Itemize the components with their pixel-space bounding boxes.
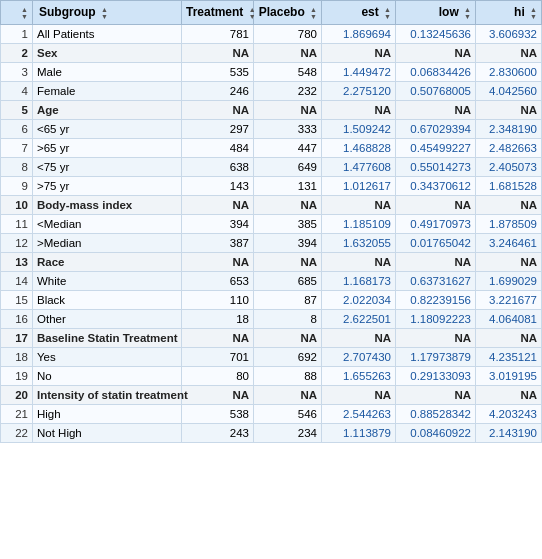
row-hi-4: 4.042560	[476, 81, 542, 100]
row-num-6: 6	[1, 119, 33, 138]
col-header-treatment[interactable]: Treatment ▲▼	[182, 1, 254, 25]
row-num-15: 15	[1, 290, 33, 309]
row-low-11: 0.49170973	[396, 214, 476, 233]
row-est-1: 1.869694	[322, 24, 396, 43]
row-placebo-20: NA	[254, 385, 322, 404]
row-treatment-9: 143	[182, 176, 254, 195]
row-est-11: 1.185109	[322, 214, 396, 233]
row-low-21: 0.88528342	[396, 404, 476, 423]
row-num-14: 14	[1, 271, 33, 290]
row-hi-6: 2.348190	[476, 119, 542, 138]
row-est-19: 1.655263	[322, 366, 396, 385]
row-est-20: NA	[322, 385, 396, 404]
sort-icon-placebo[interactable]: ▲▼	[310, 6, 317, 20]
row-low-9: 0.34370612	[396, 176, 476, 195]
row-treatment-21: 538	[182, 404, 254, 423]
row-treatment-5: NA	[182, 100, 254, 119]
row-low-7: 0.45499227	[396, 138, 476, 157]
col-header-subgroup[interactable]: Subgroup ▲▼	[33, 1, 182, 25]
row-num-13: 13	[1, 252, 33, 271]
row-subgroup-1: All Patients	[33, 24, 182, 43]
row-treatment-3: 535	[182, 62, 254, 81]
row-subgroup-6: <65 yr	[33, 119, 182, 138]
row-subgroup-20: Intensity of statin treatment	[33, 385, 182, 404]
row-hi-16: 4.064081	[476, 309, 542, 328]
row-placebo-15: 87	[254, 290, 322, 309]
row-num-9: 9	[1, 176, 33, 195]
row-low-20: NA	[396, 385, 476, 404]
row-est-22: 1.113879	[322, 423, 396, 442]
row-est-14: 1.168173	[322, 271, 396, 290]
row-placebo-2: NA	[254, 43, 322, 62]
row-num-16: 16	[1, 309, 33, 328]
row-subgroup-9: >75 yr	[33, 176, 182, 195]
row-hi-3: 2.830600	[476, 62, 542, 81]
row-placebo-9: 131	[254, 176, 322, 195]
row-low-10: NA	[396, 195, 476, 214]
sort-icon-est[interactable]: ▲▼	[384, 6, 391, 20]
row-num-2: 2	[1, 43, 33, 62]
row-placebo-7: 447	[254, 138, 322, 157]
row-est-8: 1.477608	[322, 157, 396, 176]
row-treatment-15: 110	[182, 290, 254, 309]
row-low-4: 0.50768005	[396, 81, 476, 100]
row-num-7: 7	[1, 138, 33, 157]
row-est-7: 1.468828	[322, 138, 396, 157]
row-low-3: 0.06834426	[396, 62, 476, 81]
col-header-low[interactable]: low ▲▼	[396, 1, 476, 25]
sort-icon-subgroup[interactable]: ▲▼	[101, 6, 108, 20]
row-subgroup-17: Baseline Statin Treatment	[33, 328, 182, 347]
row-hi-20: NA	[476, 385, 542, 404]
row-treatment-1: 781	[182, 24, 254, 43]
row-num-18: 18	[1, 347, 33, 366]
row-est-16: 2.622501	[322, 309, 396, 328]
row-low-19: 0.29133093	[396, 366, 476, 385]
row-hi-12: 3.246461	[476, 233, 542, 252]
sort-icon-low[interactable]: ▲▼	[464, 6, 471, 20]
row-hi-18: 4.235121	[476, 347, 542, 366]
row-num-22: 22	[1, 423, 33, 442]
row-placebo-17: NA	[254, 328, 322, 347]
row-treatment-19: 80	[182, 366, 254, 385]
row-num-21: 21	[1, 404, 33, 423]
row-treatment-20: NA	[182, 385, 254, 404]
row-low-6: 0.67029394	[396, 119, 476, 138]
row-low-2: NA	[396, 43, 476, 62]
row-subgroup-22: Not High	[33, 423, 182, 442]
row-est-9: 1.012617	[322, 176, 396, 195]
row-hi-9: 1.681528	[476, 176, 542, 195]
row-treatment-2: NA	[182, 43, 254, 62]
row-treatment-14: 653	[182, 271, 254, 290]
row-hi-10: NA	[476, 195, 542, 214]
sort-icon-num[interactable]: ▲▼	[21, 6, 28, 20]
row-placebo-13: NA	[254, 252, 322, 271]
row-hi-21: 4.203243	[476, 404, 542, 423]
row-est-18: 2.707430	[322, 347, 396, 366]
row-placebo-5: NA	[254, 100, 322, 119]
row-num-17: 17	[1, 328, 33, 347]
row-treatment-22: 243	[182, 423, 254, 442]
row-subgroup-5: Age	[33, 100, 182, 119]
row-subgroup-19: No	[33, 366, 182, 385]
row-subgroup-3: Male	[33, 62, 182, 81]
row-subgroup-11: <Median	[33, 214, 182, 233]
row-treatment-11: 394	[182, 214, 254, 233]
row-subgroup-8: <75 yr	[33, 157, 182, 176]
row-placebo-21: 546	[254, 404, 322, 423]
row-placebo-14: 685	[254, 271, 322, 290]
row-num-19: 19	[1, 366, 33, 385]
sort-icon-hi[interactable]: ▲▼	[530, 6, 537, 20]
col-header-est[interactable]: est ▲▼	[322, 1, 396, 25]
row-subgroup-4: Female	[33, 81, 182, 100]
row-hi-11: 1.878509	[476, 214, 542, 233]
row-placebo-16: 8	[254, 309, 322, 328]
row-est-5: NA	[322, 100, 396, 119]
col-header-num: ▲▼	[1, 1, 33, 25]
row-placebo-11: 385	[254, 214, 322, 233]
row-treatment-18: 701	[182, 347, 254, 366]
row-low-15: 0.82239156	[396, 290, 476, 309]
row-subgroup-13: Race	[33, 252, 182, 271]
row-treatment-12: 387	[182, 233, 254, 252]
col-header-hi[interactable]: hi ▲▼	[476, 1, 542, 25]
col-header-placebo[interactable]: Placebo ▲▼	[254, 1, 322, 25]
